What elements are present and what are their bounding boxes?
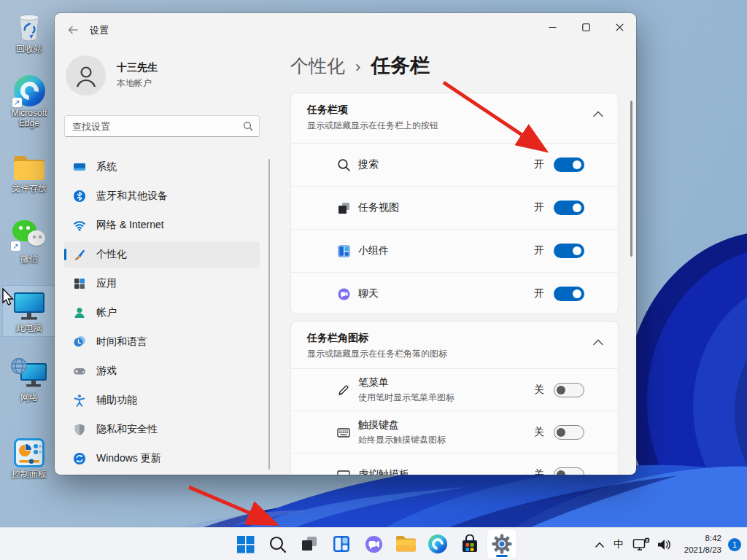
tray-chevron-up-icon[interactable] [595,541,605,548]
system-icon [73,160,86,174]
breadcrumb-separator: › [355,58,360,77]
wifi-icon [73,219,86,232]
accessibility-icon [73,394,86,407]
card-taskbar-items: 任务栏项 显示或隐藏显示在任务栏上的按钮 搜索 开 任务视图 开 小组件 开 [290,93,619,314]
desktop-icon-folder[interactable]: 文件存放 [3,148,55,194]
file-explorer-button[interactable] [391,529,420,559]
maximize-button[interactable] [569,13,603,41]
desktop-icon-label: 回收站 [16,44,42,55]
shortcut-arrow-icon: ↗ [11,241,20,251]
close-icon [616,23,624,31]
setting-row-task-view: 任务视图 开 [291,186,618,229]
nav-item-accessibility[interactable]: 辅助功能 [64,387,260,413]
nav-item-privacy[interactable]: 隐私和安全性 [64,416,260,443]
nav-item-personalization[interactable]: 个性化 [64,241,260,268]
paintbrush-icon [73,248,86,261]
touch-keyboard-toggle[interactable] [554,425,584,440]
shield-icon [73,423,86,436]
card-header[interactable]: 任务栏角图标 显示或隐藏显示在任务栏角落的图标 [291,322,618,368]
gamepad-icon [73,365,86,378]
desktop-icon-recycle-bin[interactable]: 回收站 [3,9,55,55]
tray-time: 8:42 [679,533,721,545]
desktop-icon-edge[interactable]: ↗ Microsoft Edge [3,73,55,129]
network-tray-icon[interactable] [632,537,650,552]
window-title: 设置 [90,24,109,37]
widgets-button[interactable] [327,529,356,559]
user-profile[interactable]: 十三先生 本地帐户 [66,55,158,96]
toggle-state-label: 关 [534,426,544,439]
profile-name: 十三先生 [117,61,158,74]
task-view-toggle[interactable] [554,201,584,215]
settings-button[interactable] [487,529,516,559]
search-toggle[interactable] [554,158,584,172]
page-title: 任务栏 [371,52,430,79]
edge-icon [428,534,447,553]
virtual-touchpad-toggle[interactable] [554,467,584,475]
clock-globe-icon [73,335,86,349]
taskbar-search-button[interactable] [263,529,292,559]
profile-account-type: 本地帐户 [117,77,158,90]
chevron-up-icon[interactable] [593,111,603,117]
minimize-button[interactable] [535,13,569,41]
pen-menu-toggle[interactable] [554,383,584,397]
task-view-button[interactable] [295,529,324,559]
network-icon [10,357,48,391]
setting-row-touch-keyboard: 触摸键盘 始终显示触摸键盘图标 关 [291,411,618,453]
apps-icon [73,277,86,290]
nav-item-system[interactable]: 系统 [64,154,260,180]
nav-item-accounts[interactable]: 帐户 [64,300,260,326]
nav-item-windows-update[interactable]: Windows 更新 [64,446,260,472]
this-pc-icon [12,288,47,322]
chat-button[interactable] [359,529,388,559]
system-tray: 中 8:42 2021/8/23 1 [595,528,741,560]
back-button[interactable] [65,22,81,38]
desktop-icon-label: 文件存放 [12,184,47,194]
search-input[interactable] [64,115,260,137]
breadcrumb: 个性化 › 任务栏 [290,52,430,79]
volume-icon[interactable] [657,538,673,551]
clock[interactable]: 8:42 2021/8/23 [679,533,721,556]
setting-row-pen-menu: 笔菜单 使用笔时显示笔菜单图标 关 [291,368,618,411]
widgets-toggle[interactable] [554,244,584,258]
settings-gear-icon [492,534,512,554]
nav-item-time-language[interactable]: 时间和语言 [64,329,260,355]
desktop-icon-label: Microsoft Edge [3,109,55,129]
windows-logo-icon [236,535,255,553]
nav-item-gaming[interactable]: 游戏 [64,358,260,384]
control-panel-icon [14,434,44,467]
touchpad-icon [336,467,351,475]
breadcrumb-parent[interactable]: 个性化 [290,54,345,78]
toggle-state-label: 关 [534,468,544,475]
toggle-state-label: 开 [534,244,544,257]
store-button[interactable] [455,529,484,559]
notification-badge[interactable]: 1 [728,538,741,551]
desktop-icon-network[interactable]: 网络 [3,357,55,403]
setting-row-widgets: 小组件 开 [291,229,618,272]
desktop-icon-wechat[interactable]: ↗ 微信 [3,219,55,265]
nav-item-network[interactable]: 网络 & Internet [64,212,260,238]
edge-button[interactable] [423,529,452,559]
desktop-icon-control-panel[interactable]: 控制面板 [3,434,55,480]
bluetooth-icon [73,190,86,203]
taskbar: 中 8:42 2021/8/23 1 [0,527,747,560]
settings-window: 设置 十三先生 本地帐户 [55,13,636,475]
task-view-icon [300,534,319,553]
card-header[interactable]: 任务栏项 显示或隐藏显示在任务栏上的按钮 [291,93,618,143]
chevron-up-icon[interactable] [593,339,603,346]
content-scrollbar[interactable] [630,101,632,257]
window-titlebar[interactable]: 设置 [55,13,636,45]
desktop-icon-this-pc[interactable]: 此电脑 [3,286,55,336]
chat-toggle[interactable] [554,287,584,301]
nav-item-apps[interactable]: 应用 [64,271,260,297]
ime-indicator[interactable]: 中 [611,538,626,551]
widgets-icon [332,534,351,553]
file-explorer-icon [395,535,416,553]
minimize-icon [549,23,557,31]
close-button[interactable] [603,13,636,41]
nav-item-bluetooth[interactable]: 蓝牙和其他设备 [64,183,260,209]
recycle-bin-icon [15,9,44,42]
sidebar-scrollbar[interactable] [268,159,270,470]
avatar [66,55,106,96]
shortcut-arrow-icon: ↗ [12,98,22,107]
start-button[interactable] [231,529,260,559]
